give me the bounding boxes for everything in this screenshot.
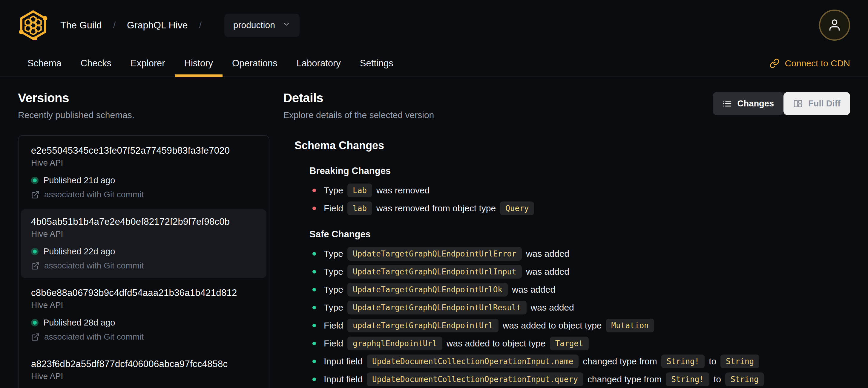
change-bullet	[312, 378, 316, 381]
published-text: Published 21d ago	[43, 175, 115, 185]
change-bullet	[312, 324, 316, 327]
published-text: Published 28d ago	[43, 318, 115, 328]
versions-panel: Versions Recently published schemas. e2e…	[18, 91, 270, 388]
tab-explorer[interactable]: Explorer	[121, 50, 175, 77]
change-bullet	[312, 270, 316, 273]
git-commit-link[interactable]: associated with Git commit	[31, 189, 256, 200]
version-card[interactable]: a823f6db2a55df877dcf406006abca97fcc4858c…	[21, 352, 267, 388]
view-toggle-group: Changes Full Diff	[713, 92, 850, 115]
tab-laboratory[interactable]: Laboratory	[287, 50, 350, 77]
tab-checks[interactable]: Checks	[71, 50, 121, 77]
change-bullet	[312, 207, 316, 210]
code-chip: UpdateTargetGraphQLEndpointUrlOk	[347, 283, 508, 297]
change-text: changed type from	[588, 374, 661, 384]
change-text: Type	[324, 185, 343, 196]
changes-toggle-button[interactable]: Changes	[713, 92, 783, 115]
app-header: The Guild / GraphQL Hive / production	[0, 0, 868, 77]
breadcrumb-separator: /	[199, 20, 201, 30]
change-text: was removed from object type	[376, 203, 496, 213]
code-chip: String!	[661, 355, 705, 368]
chevron-down-icon	[282, 20, 291, 30]
external-link-icon	[31, 333, 40, 341]
change-text: was added to object type	[503, 321, 602, 331]
git-commit-text: associated with Git commit	[44, 189, 144, 200]
change-text: changed type from	[583, 356, 657, 366]
tab-settings[interactable]: Settings	[350, 50, 403, 77]
tab-bar: SchemaChecksExplorerHistoryOperationsLab…	[0, 50, 868, 77]
details-subtitle: Explore details of the selected version	[283, 110, 434, 120]
change-text: Type	[324, 267, 343, 277]
code-chip: Lab	[347, 183, 372, 197]
breaking-changes-group: Breaking Changes TypeLabwas removedField…	[294, 166, 850, 215]
version-card[interactable]: c8b6e88a06793b9c4dfd54aaa21b36a1b421d812…	[21, 280, 267, 349]
version-hash: a823f6db2a55df877dcf406006abca97fcc4858c	[31, 359, 256, 369]
change-row: Input fieldUpdateDocumentCollectionOpera…	[312, 355, 850, 368]
status-dot	[31, 319, 38, 326]
topbar: The Guild / GraphQL Hive / production	[0, 0, 868, 50]
status-dot	[31, 248, 38, 255]
graphql-hive-app: The Guild / GraphQL Hive / production	[0, 0, 868, 388]
safe-changes-title: Safe Changes	[309, 229, 850, 240]
hive-logo-icon[interactable]	[18, 10, 49, 40]
service-name: Hive API	[31, 229, 256, 239]
details-panel: Details Explore details of the selected …	[283, 91, 850, 388]
external-link-icon	[31, 190, 40, 199]
breadcrumb-separator: /	[113, 20, 116, 30]
target-selector-dropdown[interactable]: production	[224, 14, 300, 37]
change-text: was added	[526, 267, 569, 277]
link-icon	[769, 58, 780, 68]
change-bullet	[312, 306, 316, 309]
schema-changes-title: Schema Changes	[294, 139, 850, 152]
change-text: Input field	[324, 374, 363, 384]
change-text: Field	[324, 321, 343, 331]
changes-toggle-label: Changes	[738, 99, 774, 109]
user-icon	[828, 18, 841, 32]
code-chip: Query	[500, 202, 534, 215]
version-hash: e2e55045345ce13fe07f52a77459b83fa3fe7020	[31, 145, 256, 156]
code-chip: UpdateDocumentCollectionOperationInput.q…	[367, 372, 583, 386]
published-text: Published 22d ago	[43, 246, 115, 257]
publish-status: Published 28d ago	[31, 318, 256, 328]
breadcrumb: The Guild / GraphQL Hive / production	[60, 14, 300, 37]
details-title: Details	[283, 91, 434, 105]
tab-history[interactable]: History	[175, 50, 222, 77]
version-card[interactable]: e2e55045345ce13fe07f52a77459b83fa3fe7020…	[21, 138, 267, 207]
change-row: TypeLabwas removed	[312, 183, 850, 197]
publish-status: Published 22d ago	[31, 246, 256, 257]
change-text: was added to object type	[446, 338, 546, 349]
tab-schema[interactable]: Schema	[18, 50, 71, 77]
target-selector-value: production	[233, 20, 275, 30]
code-chip: updateTargetGraphQLEndpointUrl	[347, 319, 498, 332]
columns-icon	[793, 99, 803, 109]
git-commit-link[interactable]: associated with Git commit	[31, 261, 256, 271]
change-row: FieldgraphqlEndpointUrlwas added to obje…	[312, 336, 850, 350]
code-chip: Mutation	[606, 319, 654, 332]
version-card[interactable]: 4b05ab51b1b4a7e2e4b0ef82172f2b9f7ef98c0b…	[21, 209, 267, 278]
change-bullet	[312, 288, 316, 292]
change-text: to	[709, 356, 716, 366]
change-row: FieldupdateTargetGraphQLEndpointUrlwas a…	[312, 319, 850, 332]
change-bullet	[312, 360, 316, 363]
git-commit-link[interactable]: associated with Git commit	[31, 332, 256, 342]
service-name: Hive API	[31, 158, 256, 168]
tab-operations[interactable]: Operations	[222, 50, 287, 77]
code-chip: UpdateDocumentCollectionOperationInput.n…	[367, 355, 579, 368]
change-row: TypeUpdateTargetGraphQLEndpointUrlInputw…	[312, 265, 850, 278]
full-diff-toggle-label: Full Diff	[808, 99, 840, 109]
breadcrumb-project[interactable]: GraphQL Hive	[127, 20, 188, 31]
change-bullet	[312, 189, 316, 192]
change-text: Input field	[324, 356, 363, 366]
breaking-changes-title: Breaking Changes	[309, 166, 850, 176]
breadcrumb-org[interactable]: The Guild	[60, 20, 102, 31]
connect-to-cdn-label: Connect to CDN	[785, 58, 850, 68]
full-diff-toggle-button[interactable]: Full Diff	[783, 92, 850, 115]
change-text: Type	[324, 302, 343, 313]
service-name: Hive API	[31, 371, 256, 381]
user-avatar-button[interactable]	[819, 9, 850, 41]
code-chip: lab	[347, 202, 372, 215]
connect-to-cdn-button[interactable]: Connect to CDN	[769, 50, 850, 77]
publish-status: Published 21d ago	[31, 175, 256, 185]
git-commit-text: associated with Git commit	[44, 261, 144, 271]
code-chip: UpdateTargetGraphQLEndpointUrlResult	[347, 301, 527, 315]
code-chip: Target	[550, 336, 589, 350]
